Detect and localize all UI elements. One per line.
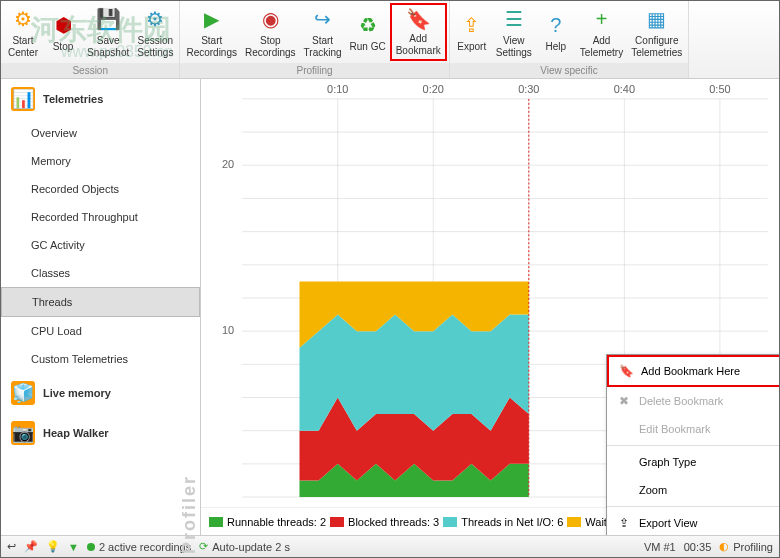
add-telemetry-icon: + [588, 5, 616, 33]
start-center-label: StartCenter [8, 35, 38, 59]
help-icon: ? [542, 11, 570, 39]
view-settings-label: ViewSettings [496, 35, 532, 59]
ribbon-group-session: Session [1, 63, 179, 78]
sidebar-item-recorded-throughput[interactable]: Recorded Throughput [1, 203, 200, 231]
view-settings-button[interactable]: ☰ViewSettings [492, 3, 536, 61]
add-telemetry-button[interactable]: +AddTelemetry [576, 3, 627, 61]
run-gc-icon: ♻ [354, 11, 382, 39]
start-tracking-icon: ↪ [309, 5, 337, 33]
context-menu: 🔖Add Bookmark Here✖Delete BookmarkEdit B… [606, 354, 779, 535]
svg-text:0:10: 0:10 [327, 83, 348, 95]
help-button[interactable]: ?Help [536, 3, 576, 61]
main-area: 📊TelemetriesOverviewMemoryRecorded Objec… [1, 79, 779, 535]
sidebar-section-live-memory[interactable]: 🧊Live memory [1, 373, 200, 413]
ctx-zoom[interactable]: Zoom▸ [607, 476, 779, 504]
sidebar-item-overview[interactable]: Overview [1, 119, 200, 147]
start-center-icon: ⚙ [9, 5, 37, 33]
view-settings-icon: ☰ [500, 5, 528, 33]
sidebar-section-heap-walker[interactable]: 📷Heap Walker [1, 413, 200, 453]
start-recordings-button[interactable]: ▶StartRecordings [182, 3, 241, 61]
status-bulb-icon[interactable]: 💡 [46, 540, 60, 553]
live-memory-icon: 🧊 [11, 381, 35, 405]
stop-recordings-label: StopRecordings [245, 35, 296, 59]
ctx-add-bookmark-here-icon: 🔖 [617, 362, 635, 380]
legend-blocked: Blocked threads: 3 [330, 516, 439, 528]
status-pin-icon[interactable]: 📌 [24, 540, 38, 553]
svg-text:0:30: 0:30 [518, 83, 539, 95]
run-gc-label: Run GC [350, 41, 386, 53]
ctx-add-bookmark-here[interactable]: 🔖Add Bookmark Here [607, 355, 779, 387]
status-time: 00:35 [684, 541, 712, 553]
sidebar-item-custom-telemetries[interactable]: Custom Telemetries [1, 345, 200, 373]
add-bookmark-button[interactable]: 🔖AddBookmark [390, 3, 447, 61]
ctx-graph-type-icon [615, 453, 633, 471]
svg-text:0:50: 0:50 [709, 83, 730, 95]
sidebar-section-telemetries[interactable]: 📊Telemetries [1, 79, 200, 119]
status-autoupdate[interactable]: ⟳Auto-update 2 s [199, 540, 290, 553]
save-snapshot-label: SaveSnapshot [87, 35, 129, 59]
ctx-export-view[interactable]: ⇪Export ViewCtrl-R [607, 509, 779, 535]
configure-telemetries-icon: ▦ [643, 5, 671, 33]
sidebar-item-classes[interactable]: Classes [1, 259, 200, 287]
ctx-zoom-icon [615, 481, 633, 499]
ctx-delete-bookmark-icon: ✖ [615, 392, 633, 410]
run-gc-button[interactable]: ♻Run GC [346, 3, 390, 61]
ctx-export-view-icon: ⇪ [615, 514, 633, 532]
sidebar-item-threads[interactable]: Threads [1, 287, 200, 317]
session-settings-icon: ⚙ [141, 5, 169, 33]
add-bookmark-icon: 🔖 [404, 7, 432, 31]
export-button[interactable]: ⇪Export [452, 3, 492, 61]
ctx-edit-bookmark: Edit Bookmark [607, 415, 779, 443]
ctx-edit-bookmark-icon [615, 420, 633, 438]
status-down-icon[interactable]: ▼ [68, 541, 79, 553]
stop-recordings-icon: ◉ [256, 5, 284, 33]
start-tracking-button[interactable]: ↪StartTracking [300, 3, 346, 61]
export-label: Export [457, 41, 486, 53]
svg-text:0:40: 0:40 [614, 83, 635, 95]
sidebar-item-cpu-load[interactable]: CPU Load [1, 317, 200, 345]
configure-telemetries-label: ConfigureTelemetries [631, 35, 682, 59]
stop-button[interactable]: ⬢Stop [43, 3, 83, 61]
status-vm: VM #1 [644, 541, 676, 553]
add-bookmark-label: AddBookmark [396, 33, 441, 57]
chart-area[interactable]: 0:100:200:300:400:501020 Runnable thread… [201, 79, 779, 535]
svg-text:10: 10 [222, 324, 234, 336]
start-center-button[interactable]: ⚙StartCenter [3, 3, 43, 61]
stop-icon: ⬢ [49, 11, 77, 39]
telemetries-icon: 📊 [11, 87, 35, 111]
ribbon-group-profiling: Profiling [180, 63, 448, 78]
add-telemetry-label: AddTelemetry [580, 35, 623, 59]
save-snapshot-icon: 💾 [94, 5, 122, 33]
sidebar-item-memory[interactable]: Memory [1, 147, 200, 175]
ctx-delete-bookmark: ✖Delete Bookmark [607, 387, 779, 415]
sidebar-branding: JProfiler [179, 475, 200, 558]
help-label: Help [546, 41, 567, 53]
export-icon: ⇪ [458, 11, 486, 39]
ribbon-toolbar: ⚙StartCenter⬢Stop💾SaveSnapshot⚙SessionSe… [1, 1, 779, 79]
start-recordings-label: StartRecordings [186, 35, 237, 59]
sidebar-item-recorded-objects[interactable]: Recorded Objects [1, 175, 200, 203]
stop-label: Stop [53, 41, 74, 53]
status-bar: ↩ 📌 💡 ▼ 2 active recordings ⟳Auto-update… [1, 535, 779, 557]
stop-recordings-button[interactable]: ◉StopRecordings [241, 3, 300, 61]
status-back-icon[interactable]: ↩ [7, 540, 16, 553]
status-recordings[interactable]: 2 active recordings [87, 541, 191, 553]
legend-netio: Threads in Net I/O: 6 [443, 516, 563, 528]
svg-text:0:20: 0:20 [423, 83, 444, 95]
sidebar: 📊TelemetriesOverviewMemoryRecorded Objec… [1, 79, 201, 535]
ribbon-group-view-specific: View specific [450, 63, 689, 78]
session-settings-label: SessionSettings [137, 35, 173, 59]
svg-text:20: 20 [222, 158, 234, 170]
legend-runnable: Runnable threads: 2 [209, 516, 326, 528]
ctx-graph-type[interactable]: Graph Type▸ [607, 448, 779, 476]
save-snapshot-button[interactable]: 💾SaveSnapshot [83, 3, 133, 61]
start-tracking-label: StartTracking [304, 35, 342, 59]
session-settings-button[interactable]: ⚙SessionSettings [133, 3, 177, 61]
start-recordings-icon: ▶ [198, 5, 226, 33]
heap-walker-icon: 📷 [11, 421, 35, 445]
status-profiling: ◐Profiling [719, 540, 773, 553]
configure-telemetries-button[interactable]: ▦ConfigureTelemetries [627, 3, 686, 61]
sidebar-item-gc-activity[interactable]: GC Activity [1, 231, 200, 259]
